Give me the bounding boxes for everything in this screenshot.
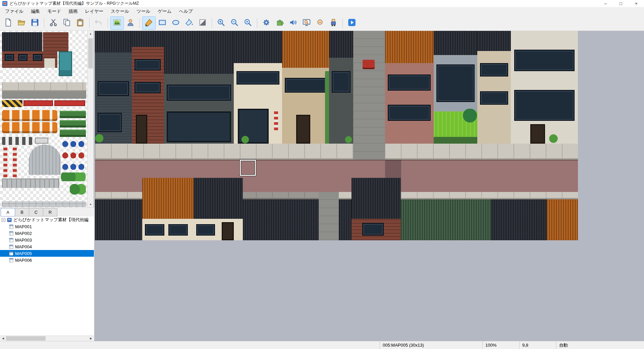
ellipse-tool-button[interactable] (169, 16, 182, 30)
menu-tools[interactable]: ツール (133, 7, 154, 15)
open-project-button[interactable] (15, 16, 28, 30)
scroll-up-icon[interactable]: ▲ (88, 31, 94, 37)
palette-tile-win (33, 54, 42, 61)
search-monitor-icon (302, 18, 311, 28)
zoom-out-icon (230, 18, 239, 28)
palette-tab-c[interactable]: C (29, 208, 43, 216)
map-canvas[interactable] (94, 31, 644, 341)
map-mode-button[interactable] (110, 16, 124, 30)
status-mode: 自動 (556, 341, 644, 349)
cut-button[interactable] (47, 16, 60, 30)
zoom-actual-icon (244, 18, 252, 28)
map-block-store (167, 111, 231, 142)
palette-scrollbar-thumb[interactable] (88, 38, 93, 68)
map-block-poleRW (274, 111, 278, 130)
event-searcher-button[interactable] (300, 16, 313, 30)
map-tree-item-map002[interactable]: MAP002 (0, 230, 94, 237)
map-block-win (168, 224, 188, 236)
status-bar: 005:MAP005 (30x13) 100% 9,8 自動 (0, 341, 644, 349)
map-block-door (530, 124, 545, 144)
scroll-down-icon[interactable]: ▼ (88, 202, 94, 207)
palette-tile-wallLight (44, 58, 55, 68)
map-icon (113, 18, 121, 28)
map-tree-item-label: MAP002 (15, 231, 32, 236)
map-render[interactable] (95, 31, 578, 240)
pencil-tool-button[interactable] (142, 16, 156, 30)
map-tree-item-map004[interactable]: MAP004 (0, 243, 94, 250)
map-block-roofOrange (547, 199, 578, 240)
map-tree-item-map003[interactable]: MAP003 (0, 237, 94, 243)
map-tree-item-map001[interactable]: MAP001 (0, 223, 94, 230)
map-block-path (353, 31, 385, 144)
palette-tile-bikeBlue (61, 138, 86, 148)
save-project-button[interactable] (28, 16, 42, 30)
palette-tile-plantGreen (61, 172, 86, 181)
status-map-info: 005:MAP005 (30x13) (380, 341, 482, 349)
open-folder-icon (17, 18, 26, 28)
paste-button[interactable] (73, 16, 87, 30)
tileset-palette[interactable]: ▲ ▼ (0, 31, 94, 207)
palette-tile-signRed (54, 100, 85, 106)
tree-horizontal-scrollbar[interactable]: ◀ ▶ (0, 336, 94, 341)
map-tree-item-label: MAP004 (15, 244, 32, 249)
map-tree: どらぴかドットマップ素材【現代街編 MAP001MAP002MAP003MAP0… (0, 216, 94, 336)
zoom-in-button[interactable] (214, 16, 228, 30)
palette-tile-steps (2, 201, 86, 207)
minimize-button[interactable]: – (598, 0, 613, 7)
undo-button[interactable] (92, 16, 105, 30)
map-block-roofDark (194, 178, 243, 219)
character-generator-button[interactable] (313, 16, 327, 30)
palette-tab-a[interactable]: A (1, 208, 15, 216)
copy-button[interactable] (60, 16, 73, 30)
scroll-right-icon[interactable]: ▶ (88, 336, 94, 341)
menu-draw[interactable]: 描画 (65, 7, 81, 15)
map-tree-item-map005[interactable]: MAP005 (0, 250, 94, 257)
rectangle-tool-button[interactable] (156, 16, 169, 30)
palette-tile-win (18, 54, 28, 61)
sound-test-button[interactable] (286, 16, 300, 30)
palette-vertical-scrollbar[interactable]: ▲ ▼ (87, 31, 94, 207)
tree-scrollbar-thumb[interactable] (6, 336, 46, 341)
map-block-win (514, 50, 575, 71)
resource-manager-button[interactable] (327, 16, 340, 30)
menu-scale[interactable]: スケール (107, 7, 133, 15)
map-tree-item-map006[interactable]: MAP006 (0, 257, 94, 263)
map-tree-root[interactable]: どらぴかドットマップ素材【現代街編 (0, 216, 94, 223)
palette-tile-booth (59, 51, 72, 76)
plugin-manager-button[interactable] (273, 16, 286, 30)
map-block-win (196, 224, 215, 236)
menu-edit[interactable]: 編集 (27, 7, 44, 15)
tileset-palette-tiles[interactable] (0, 31, 87, 207)
palette-tile-bench (60, 130, 86, 137)
menu-game[interactable]: ゲーム (154, 7, 175, 15)
new-project-button[interactable] (1, 16, 15, 30)
palette-tab-b[interactable]: B (15, 208, 29, 216)
event-mode-button[interactable] (124, 16, 137, 30)
gear-icon (262, 18, 271, 28)
map-block-roofGreen (401, 199, 491, 240)
menu-mode[interactable]: モード (44, 7, 65, 15)
shadow-pen-tool-button[interactable] (196, 16, 209, 30)
speaker-icon (289, 18, 298, 28)
scroll-left-icon[interactable]: ◀ (0, 336, 6, 341)
menu-help[interactable]: ヘルプ (175, 7, 197, 15)
palette-tile-roofDark (2, 32, 42, 51)
shadow-icon (198, 18, 207, 28)
map-tree-item-label: MAP006 (15, 258, 32, 263)
maximize-button[interactable]: □ (613, 0, 629, 7)
menu-layer[interactable]: レイヤー (81, 7, 107, 15)
map-block-roofOrange (282, 31, 329, 68)
zoom-actual-button[interactable] (241, 16, 255, 30)
palette-tab-r[interactable]: R (43, 208, 57, 216)
map-file-icon (9, 251, 13, 256)
menu-file[interactable]: ファイル (1, 7, 27, 15)
tile-cursor[interactable] (240, 160, 256, 176)
toolbar-separator (108, 18, 108, 28)
close-button[interactable]: × (629, 0, 644, 7)
play-test-button[interactable] (345, 16, 359, 30)
ellipse-icon (171, 18, 180, 28)
zoom-out-button[interactable] (228, 16, 241, 30)
database-button[interactable] (260, 16, 273, 30)
tree-collapse-icon[interactable] (2, 218, 5, 222)
flood-fill-tool-button[interactable] (182, 16, 196, 30)
